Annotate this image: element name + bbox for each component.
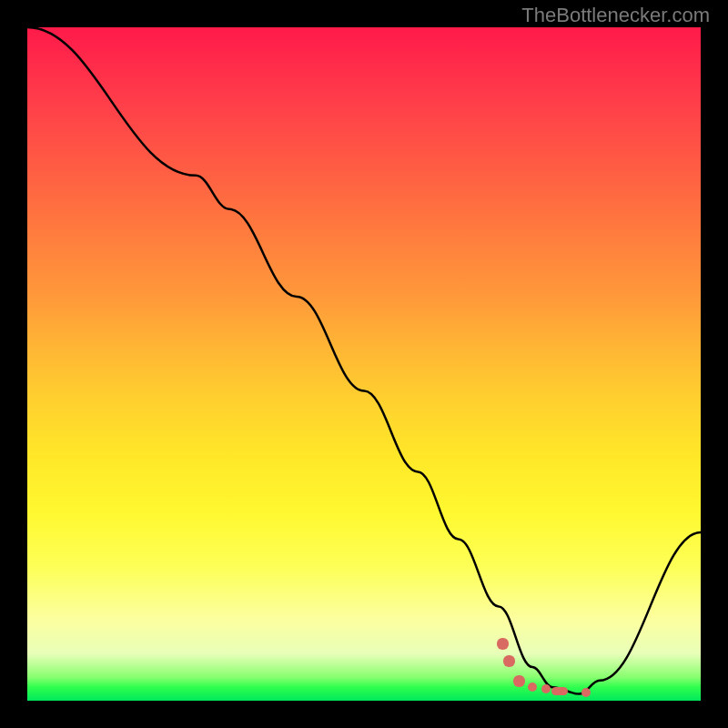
optimum-marker xyxy=(503,655,515,667)
attribution-text: TheBottlenecker.com xyxy=(521,4,710,27)
optimum-marker xyxy=(551,687,568,695)
bottleneck-curve xyxy=(27,27,701,701)
optimum-marker xyxy=(513,675,525,687)
optimum-marker xyxy=(541,684,551,693)
optimum-marker xyxy=(497,638,509,650)
plot-area xyxy=(27,27,701,701)
chart-frame: TheBottlenecker.com xyxy=(0,0,728,728)
